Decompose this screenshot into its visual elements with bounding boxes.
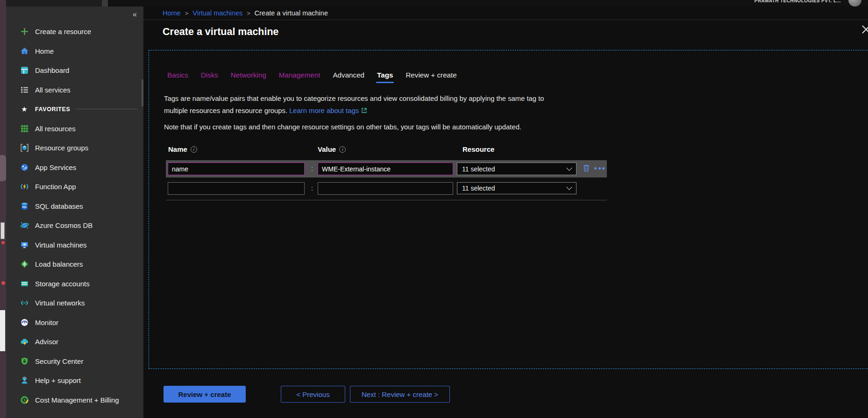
table-bottom-border [166,200,607,200]
review-create-button[interactable]: Review + create [164,386,246,403]
cloud-advisor-icon [20,337,29,347]
close-icon[interactable] [860,23,868,37]
tab-basics[interactable]: Basics [167,71,188,79]
dock-notification-dot [1,241,5,244]
grid-icon [20,124,29,133]
breadcrumb-home-link[interactable]: Home [163,9,181,17]
tab-review-create[interactable]: Review + create [406,71,456,79]
svg-text:$: $ [23,398,25,402]
sidebar-item-home[interactable]: Home [6,42,143,61]
sidebar-collapse-icon[interactable] [133,10,137,19]
tab-advanced[interactable]: Advanced [333,71,364,79]
sidebar-item-all-services[interactable]: All services [6,80,143,100]
sidebar-item-storage-accounts[interactable]: Storage accounts [6,274,143,294]
lightning-icon [20,182,29,191]
cube-brackets-icon [20,143,29,153]
name-value-separator: : [310,165,314,172]
tag-value-input-empty[interactable] [318,182,453,195]
tenant-name[interactable]: PRAMATH TECHNOLOGIES PVT. L... [754,0,841,3]
diamond-icon [20,260,29,269]
account-avatar[interactable] [848,0,861,7]
tag-name-input-empty[interactable] [168,182,305,195]
plus-icon [20,27,29,36]
page-title: Create a virtual machine [163,26,279,38]
external-link-icon [361,105,367,117]
resource-dropdown-empty[interactable]: 11 selected [457,182,576,194]
dock-app-icon[interactable] [0,222,5,239]
next-button[interactable]: Next : Review + create > [350,386,450,403]
sidebar-item-load-balancers[interactable]: Load balancers [6,255,143,274]
network-chevrons-icon [20,298,29,308]
name-value-separator: : [310,184,314,192]
dock-app-icon[interactable] [0,310,5,351]
tab-networking[interactable]: Networking [231,71,266,79]
column-header-resource: Resource [462,145,494,153]
resource-dropdown[interactable]: 11 selected [457,163,576,175]
svg-text:SQL: SQL [22,206,27,208]
gauge-icon [20,318,29,327]
tags-description: Tags are name/value pairs that enable yo… [164,92,544,117]
sidebar-item-azure-cosmos-db[interactable]: Azure Cosmos DB [6,216,143,235]
planet-icon [20,221,29,230]
star-icon [20,105,29,114]
sidebar-item-virtual-networks[interactable]: Virtual networks [6,293,143,313]
sidebar-item-cost-management-billing[interactable]: $ Cost Management + Billing [6,390,143,410]
tags-description-line1: Tags are name/value pairs that enable yo… [164,95,544,102]
sidebar-item-function-app[interactable]: Function App [6,177,143,197]
storage-bars-icon [20,279,29,288]
sidebar-item-monitor[interactable]: Monitor [6,313,143,333]
sidebar-item-all-resources[interactable]: All resources [6,119,143,139]
browser-tab-separator [102,0,108,7]
info-circle-icon[interactable] [339,146,346,153]
sql-cylinder-icon: SQL [20,201,29,211]
browser-top-strip: PRAMATH TECHNOLOGIES PVT. L... [6,0,868,7]
ellipsis-icon[interactable] [594,167,605,170]
sidebar-section-favorites: FAVORITES [6,99,143,119]
sidebar-item-dashboard[interactable]: Dashboard [6,61,143,80]
list-icon [20,85,29,94]
tag-name-input[interactable] [168,163,305,175]
chevron-down-icon [566,165,572,171]
sidebar-item-create-a-resource[interactable]: Create a resource [6,22,143,42]
sidebar-item-security-center[interactable]: Security Center [6,352,143,371]
monitor-cube-icon [20,240,29,249]
globe-icon [20,163,29,172]
desktop-dock [0,0,6,418]
home-icon [20,46,29,56]
column-header-value: Value [318,145,346,153]
sidebar-item-app-services[interactable]: App Services [6,158,143,177]
sidebar-item-resource-groups[interactable]: Resource groups [6,138,143,158]
cost-ring-icon: $ [20,395,29,404]
breadcrumb-virtual-machines-link[interactable]: Virtual machines [192,9,242,17]
sidebar-item-help-support[interactable]: Help + support [6,371,143,390]
breadcrumb-current: Create a virtual machine [255,9,328,17]
chevron-down-icon [566,184,572,190]
azure-portal-window: PRAMATH TECHNOLOGIES PVT. L... Create a … [0,0,868,418]
tab-management[interactable]: Management [279,71,320,79]
favorites-divider [76,109,138,109]
dock-notification-dot [1,281,5,285]
tab-disks[interactable]: Disks [201,71,218,79]
sidebar-item-advisor[interactable]: Advisor [6,332,143,352]
shield-lock-icon [20,356,29,366]
support-person-icon [20,376,29,385]
tag-value-input[interactable] [318,163,453,175]
previous-button[interactable]: < Previous [281,386,345,403]
dock-active-app[interactable] [0,155,6,181]
breadcrumb-separator: > [247,10,250,17]
sidebar-item-virtual-machines[interactable]: Virtual machines [6,235,143,255]
delete-row-button[interactable] [582,163,592,174]
wizard-tabs: Basics Disks Networking Management Advan… [167,71,457,79]
tags-description-line2: multiple resources and resource groups. [164,107,287,114]
breadcrumb: Home > Virtual machines > Create a virtu… [143,7,868,20]
browser-tab-edge [6,0,102,7]
sidebar-item-sql-databases[interactable]: SQL SQL databases [6,197,143,216]
tab-tags[interactable]: Tags [377,71,393,79]
dashboard-icon [20,66,29,75]
column-header-name: Name [168,145,197,153]
portal-sidebar: Create a resource Home Dashboard All ser… [6,7,143,418]
info-circle-icon[interactable] [191,146,197,153]
sidebar-nav: Create a resource Home Dashboard All ser… [6,22,143,410]
learn-more-link[interactable]: Learn more about tags [289,107,359,114]
breadcrumb-separator: > [185,10,189,17]
